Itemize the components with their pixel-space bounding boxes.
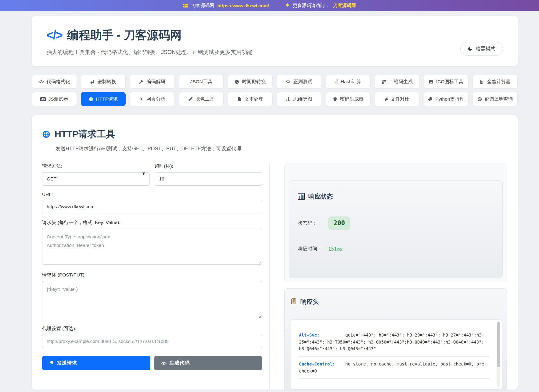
globe-alt-icon: [477, 97, 482, 102]
tab-ico-tool[interactable]: ICO图标工具: [424, 75, 469, 89]
response-headers-title: 响应头: [300, 298, 319, 306]
timeout-label: 超时(秒):: [155, 163, 262, 169]
tab-calculator[interactable]: 全能计算器: [473, 75, 518, 89]
tab-color-picker[interactable]: 取色工具: [179, 92, 224, 106]
eyedropper-icon: [188, 97, 193, 102]
tab-http-request[interactable]: HTTP请求: [81, 92, 126, 106]
tool-tabs-row2: JSJS测试器HTTP请求网页分析取色工具文本处理思维导图密码生成器≠文件对比P…: [32, 92, 518, 106]
image-icon: [429, 80, 433, 84]
tab-label: JSON工具: [190, 79, 212, 85]
tab-label: 编码解码: [146, 79, 165, 85]
request-headers-textarea[interactable]: [42, 229, 262, 265]
file-icon: [237, 97, 242, 102]
tab-label: 取色工具: [196, 96, 214, 102]
topbar: 刀客源码网 https://www.dkewl.com/ | 更多源码请访问： …: [0, 0, 539, 11]
generate-code-button[interactable]: </> 生成代码: [154, 356, 262, 370]
sitemap-icon: [286, 97, 291, 102]
caret-down-icon: ▼: [142, 171, 146, 176]
request-headers-label: 请求头 (每行一个，格式: Key: Value):: [42, 219, 262, 226]
method-select[interactable]: GET ▼: [42, 172, 150, 186]
header-card: </> 编程助手 - 刀客源码网 强大的编程工具集合 - 代码格式化、编码转换、…: [32, 16, 518, 66]
tab-qrcode-gen[interactable]: 二维码生成: [375, 75, 420, 89]
page-subtitle: 强大的编程工具集合 - 代码格式化、编码转换、JSON处理、正则测试及更多实用功…: [46, 48, 503, 56]
tab-label: HTTP请求: [96, 96, 118, 102]
bell-icon: [285, 3, 290, 8]
spider-icon: [139, 97, 144, 102]
dark-mode-label: 暗黑模式: [476, 46, 495, 52]
shield-icon: [333, 97, 337, 102]
exchange-icon: ⇄: [90, 79, 95, 85]
more-text: 更多源码请访问：: [293, 3, 329, 9]
more-link[interactable]: 刀客源码网: [333, 3, 356, 9]
response-header-name: Alt-Svc:: [299, 332, 345, 339]
timeout-input[interactable]: [155, 172, 262, 186]
dark-mode-button[interactable]: 暗黑模式: [460, 42, 503, 56]
search-icon: [286, 80, 291, 84]
key-icon: [139, 80, 144, 84]
http-tool-card: HTTP请求工具 发送HTTP请求进行API测试，支持GET、POST、PUT、…: [32, 115, 518, 390]
code-icon: </>: [161, 361, 167, 366]
tab-hash-calc[interactable]: #Hash计算: [326, 75, 371, 89]
topbar-divider: |: [276, 3, 278, 8]
globe-icon: [89, 97, 93, 102]
tab-file-diff[interactable]: ≠文件对比: [375, 92, 420, 106]
globe-icon: [42, 130, 50, 138]
tab-text-process[interactable]: 文本处理: [228, 92, 273, 106]
response-status-panel: 响应状态 状态码： 200 响应时间： 151ms: [284, 163, 507, 282]
python-icon: [428, 97, 433, 102]
tab-label: ICO图标工具: [436, 79, 464, 85]
tab-label: 网页分析: [146, 96, 165, 102]
url-label: URL:: [42, 192, 262, 197]
tab-label: Python支持库: [435, 96, 464, 102]
send-request-label: 发送请求: [57, 360, 77, 366]
scrollbar[interactable]: [497, 322, 500, 387]
moon-icon: [468, 46, 473, 52]
tool-description: 发送HTTP请求进行API测试，支持GET、POST、PUT、DELETE方法，…: [56, 145, 507, 152]
tab-web-analyze[interactable]: 网页分析: [130, 92, 175, 106]
qrcode-icon: [382, 80, 386, 84]
response-header-name: Cache-Control:: [299, 361, 345, 368]
clipboard-icon: [291, 298, 297, 306]
response-status-title: 响应状态: [308, 192, 333, 201]
tab-code-format[interactable]: </>代码格式化: [32, 75, 77, 89]
tab-js-tester[interactable]: JSJS测试器: [32, 92, 77, 106]
tab-python-lib[interactable]: Python支持库: [424, 92, 469, 106]
proxy-label: 代理设置 (可选):: [42, 326, 262, 332]
tab-label: 密码生成器: [340, 96, 364, 102]
tab-json-tools[interactable]: JSON工具: [179, 75, 224, 89]
notequal-icon: ≠: [385, 96, 388, 102]
calculator-icon: [480, 80, 484, 84]
send-request-button[interactable]: 发送请求: [42, 356, 150, 370]
hash-icon: #: [335, 79, 338, 84]
server-icon: [183, 3, 188, 8]
method-label: 请求方法:: [42, 163, 150, 169]
url-input[interactable]: [42, 200, 262, 213]
tab-label: 代码格式化: [46, 79, 70, 85]
proxy-input[interactable]: [42, 335, 262, 348]
tab-label: 进制转换: [97, 79, 116, 85]
request-body-textarea[interactable]: [42, 281, 262, 318]
response-headers-box[interactable]: Alt-Svc:quic=":443"; h3=":443"; h3-29=":…: [291, 319, 502, 390]
response-header-row: Alt-Svc:quic=":443"; h3=":443"; h3-29=":…: [299, 328, 490, 357]
tab-ip-lookup[interactable]: IP归属地查询: [473, 92, 518, 106]
tab-timestamp[interactable]: 时间戳转换: [228, 75, 273, 89]
status-code-badge: 200: [328, 216, 350, 230]
tool-tabs-row1: </>代码格式化⇄进制转换编码解码JSON工具时间戳转换正则测试#Hash计算二…: [32, 75, 518, 89]
bar-chart-icon: [298, 193, 305, 200]
tab-label: JS测试器: [49, 96, 68, 102]
site-url-link[interactable]: https://www.dkewl.com/: [217, 3, 269, 8]
method-value: GET: [47, 176, 56, 182]
tab-base-convert[interactable]: ⇄进制转换: [81, 75, 126, 89]
tab-encode-decode[interactable]: 编码解码: [130, 75, 175, 89]
response-area: 响应状态 状态码： 200 响应时间： 151ms: [269, 163, 507, 390]
js-icon: JS: [40, 97, 45, 101]
tab-label: 思维导图: [293, 96, 312, 102]
tab-password-gen[interactable]: 密码生成器: [326, 92, 371, 106]
tab-mindmap[interactable]: 思维导图: [277, 92, 322, 106]
tab-regex-test[interactable]: 正则测试: [277, 75, 322, 89]
tool-title: HTTP请求工具: [55, 128, 115, 141]
tab-label: 全能计算器: [487, 79, 511, 85]
tab-label: IP归属地查询: [485, 96, 513, 102]
response-header-row: Cache-Control:no-store, no-cache, must-r…: [299, 357, 490, 379]
scrollbar-thumb: [497, 322, 500, 367]
